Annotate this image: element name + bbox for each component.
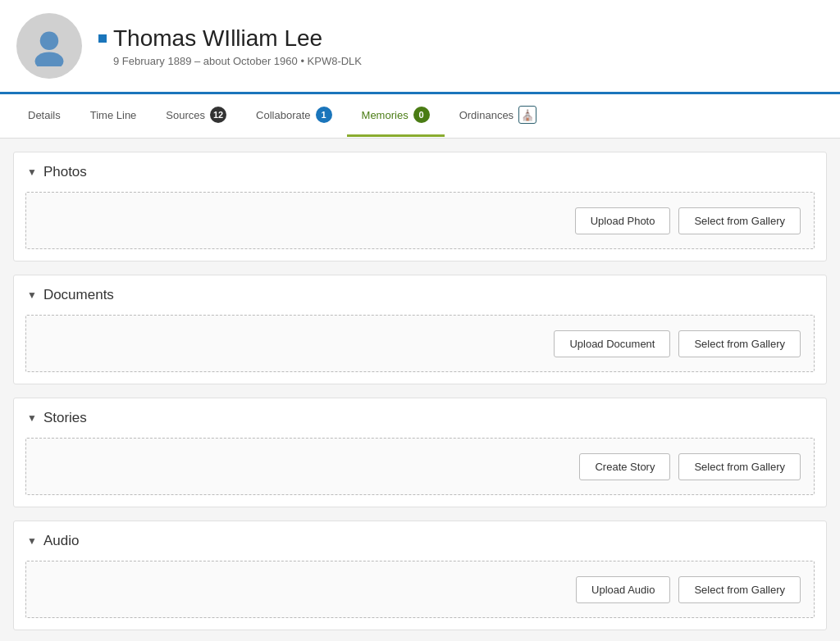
photos-chevron-icon: ▼ <box>27 166 37 178</box>
upload-document-button[interactable]: Upload Document <box>554 330 670 357</box>
ordinances-temple-icon: ⛪ <box>518 106 536 124</box>
avatar <box>16 13 82 79</box>
sources-badge: 12 <box>210 107 226 123</box>
photos-content-area: Upload Photo Select from Gallery <box>25 192 815 249</box>
navigation-tabs: Details Time Line Sources 12 Collaborate… <box>0 94 840 139</box>
stories-chevron-icon: ▼ <box>27 412 37 424</box>
stories-content-area: Create Story Select from Gallery <box>25 438 815 495</box>
tab-ordinances[interactable]: Ordinances ⛪ <box>445 94 551 138</box>
documents-chevron-icon: ▼ <box>27 289 37 301</box>
documents-section-header[interactable]: ▼ Documents <box>14 275 826 315</box>
select-gallery-documents-button[interactable]: Select from Gallery <box>678 330 801 357</box>
tab-memories[interactable]: Memories 0 <box>347 95 445 137</box>
upload-photo-button[interactable]: Upload Photo <box>575 207 671 234</box>
photos-section: ▼ Photos Upload Photo Select from Galler… <box>13 152 827 261</box>
audio-section-header[interactable]: ▼ Audio <box>14 521 826 561</box>
tab-details[interactable]: Details <box>13 98 75 135</box>
main-content: ▼ Photos Upload Photo Select from Galler… <box>0 139 840 641</box>
create-story-button[interactable]: Create Story <box>579 453 670 480</box>
tab-collaborate[interactable]: Collaborate 1 <box>241 95 347 137</box>
svg-point-1 <box>35 52 64 67</box>
person-info: Thomas WIlliam Lee 9 February 1889 – abo… <box>98 25 362 67</box>
name-indicator <box>98 34 107 43</box>
stories-section: ▼ Stories Create Story Select from Galle… <box>13 398 827 507</box>
stories-section-header[interactable]: ▼ Stories <box>14 398 826 438</box>
documents-section: ▼ Documents Upload Document Select from … <box>13 275 827 384</box>
upload-audio-button[interactable]: Upload Audio <box>576 576 670 603</box>
audio-section: ▼ Audio Upload Audio Select from Gallery <box>13 521 827 630</box>
documents-section-title: Documents <box>43 287 114 303</box>
person-name: Thomas WIlliam Lee <box>113 25 322 52</box>
memories-badge: 0 <box>413 107 430 123</box>
person-header: Thomas WIlliam Lee 9 February 1889 – abo… <box>0 0 840 94</box>
photos-section-title: Photos <box>43 164 87 180</box>
svg-point-0 <box>40 32 59 51</box>
photos-section-header[interactable]: ▼ Photos <box>14 152 826 192</box>
audio-chevron-icon: ▼ <box>27 535 37 547</box>
person-dates: 9 February 1889 – about October 1960 • K… <box>113 55 362 67</box>
stories-section-title: Stories <box>43 410 87 426</box>
select-gallery-stories-button[interactable]: Select from Gallery <box>678 453 801 480</box>
select-gallery-photos-button[interactable]: Select from Gallery <box>678 207 801 234</box>
select-gallery-audio-button[interactable]: Select from Gallery <box>678 576 801 603</box>
tab-timeline[interactable]: Time Line <box>75 98 152 135</box>
audio-content-area: Upload Audio Select from Gallery <box>25 561 815 618</box>
audio-section-title: Audio <box>43 533 79 549</box>
tab-sources[interactable]: Sources 12 <box>151 95 241 137</box>
documents-content-area: Upload Document Select from Gallery <box>25 315 815 372</box>
collaborate-badge: 1 <box>316 107 332 123</box>
